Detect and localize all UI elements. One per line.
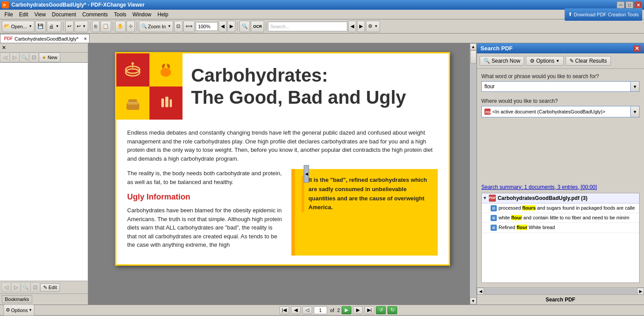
search-location-dropdown[interactable]: PDF <In active document (CarbohydratesGo… xyxy=(481,106,631,117)
menu-tools[interactable]: Tools xyxy=(112,11,129,19)
location-value: <In active document (CarbohydratesGoodBa… xyxy=(492,109,605,114)
options-btn-arrow[interactable]: ▼ xyxy=(29,308,32,312)
phrase-dropdown-arrow[interactable]: ▼ xyxy=(631,81,640,92)
window-title: CarbohydratesGoodBadUgly* - PDF-XChange … xyxy=(11,2,145,8)
menu-file[interactable]: File xyxy=(2,11,15,19)
sep5 xyxy=(237,22,238,31)
open-button[interactable]: 📂 Open... ▼ xyxy=(2,21,34,32)
panel-collapse-button[interactable]: ◀ xyxy=(304,165,309,183)
bm-edit-prop: ⊡ xyxy=(30,282,40,292)
svg-rect-9 xyxy=(128,99,137,102)
nav-prev-button[interactable]: ◀ xyxy=(219,21,227,32)
search-panel: Search PDF ✕ 🔍 Search Now ⚙ Options ▼ ✎ … xyxy=(476,43,644,305)
minimize-button[interactable]: ─ xyxy=(617,1,625,8)
search-toolbar-button[interactable]: 🔍 xyxy=(239,21,250,32)
redo-button[interactable]: ↩▼ xyxy=(74,21,88,32)
search-phrase-input[interactable] xyxy=(481,81,631,92)
page-number-input[interactable] xyxy=(314,306,327,314)
nav-next-button[interactable]: ▶ xyxy=(227,21,235,32)
search-panel-close-button[interactable]: ✕ xyxy=(633,45,640,52)
nav-first-button[interactable]: |◀ xyxy=(279,306,289,314)
bookmark-star-icon: ★ xyxy=(42,55,46,60)
quick-search-input[interactable]: Search... xyxy=(268,22,347,31)
nav-extra-button[interactable]: ↻ xyxy=(387,306,397,314)
menu-document[interactable]: Document xyxy=(49,11,79,19)
search-result-1[interactable]: processed flours and sugars found in pac… xyxy=(482,203,639,213)
print-button[interactable]: 🖨 ▼ xyxy=(47,21,61,32)
download-tools-button[interactable]: ⬆ Download PDF Creation Tools xyxy=(565,8,642,21)
vertical-scrollbar[interactable]: ▲ ▼ xyxy=(469,43,476,305)
menu-comments[interactable]: Comments xyxy=(80,11,111,19)
pdf-para3: Carbohydrates have been blamed for the o… xyxy=(127,206,283,249)
hand-tool-button[interactable]: ✋ xyxy=(115,21,126,32)
group-file-icon: PDF xyxy=(489,195,496,202)
nav-play-button[interactable]: ▶ xyxy=(342,306,351,314)
quick-search-options[interactable]: ⚙▼ xyxy=(366,21,380,32)
download-tools-btn[interactable]: ⬆ Download PDF Creation Tools xyxy=(565,8,642,21)
zoom-value[interactable]: 100% xyxy=(196,22,218,31)
search-result-3[interactable]: Refined flour White bread xyxy=(482,223,639,233)
result-1-text: processed flours and sugars found in pac… xyxy=(499,205,637,211)
nav-next-page-button[interactable]: ▶ xyxy=(353,306,363,314)
print-dropdown-arrow[interactable]: ▼ xyxy=(56,24,59,28)
pdf-page: Carbohydrates: The Good, Bad and Ugly En… xyxy=(115,52,450,266)
bm-edit-button[interactable]: ✎ Edit xyxy=(40,283,60,292)
bookmarks-close-x[interactable]: ✕ xyxy=(2,45,6,51)
zoom-in-button[interactable]: 🔍 Zoom In ▼ xyxy=(139,21,173,32)
save-button[interactable]: 💾 xyxy=(35,21,46,32)
pdf-tab-icon: PDF xyxy=(4,36,13,41)
close-button[interactable]: ✕ xyxy=(634,1,642,8)
nav-prev-page-button[interactable]: ◀ xyxy=(291,306,301,314)
app-icon: P xyxy=(2,1,9,8)
scrollbar-thumb[interactable] xyxy=(470,50,476,64)
menu-edit[interactable]: Edit xyxy=(16,11,31,19)
search-options-button[interactable]: ⚙ Options ▼ xyxy=(526,56,563,66)
pdf-title-area: Carbohydrates: The Good, Bad and Ugly xyxy=(182,53,449,120)
tab-close-button[interactable]: ✕ xyxy=(84,37,87,41)
search-now-button[interactable]: 🔍 Search Now xyxy=(480,56,524,66)
bm-edit-label: Edit xyxy=(48,285,57,290)
maximize-button[interactable]: □ xyxy=(625,1,633,8)
result-group-header[interactable]: ▼ PDF CarbohydratesGoodBadUgly.pdf (3) xyxy=(482,193,639,203)
quick-search-prev[interactable]: ◀ xyxy=(348,21,356,32)
clear-results-button[interactable]: ✎ Clear Results xyxy=(566,56,611,66)
zoom-fit-button[interactable]: ⊡ xyxy=(174,21,182,32)
menu-help[interactable]: Help xyxy=(155,11,171,19)
copy-button[interactable]: ⎘ xyxy=(92,21,100,32)
document-tab[interactable]: PDF CarbohydratesGoodBadUgly* ✕ xyxy=(0,34,89,43)
zoom-dropdown-arrow[interactable]: ▼ xyxy=(168,24,171,28)
ocr-button[interactable]: OCR xyxy=(251,21,264,32)
result-3-icon xyxy=(491,225,497,231)
h-scroll-left[interactable]: ◀ xyxy=(477,288,484,295)
select-tool-button[interactable]: ⊹ xyxy=(127,21,135,32)
window-controls: ─ □ ✕ xyxy=(617,1,642,8)
bookmarks-bottom-tab[interactable]: Bookmarks xyxy=(2,295,32,303)
zoom-width-button[interactable]: ⟺ xyxy=(183,21,195,32)
options-icon-btn: ⚙ xyxy=(6,307,10,313)
open-dropdown-arrow[interactable]: ▼ xyxy=(29,24,32,28)
undo-button[interactable]: ↩ xyxy=(65,21,74,32)
scrollbar-down-button[interactable]: ▼ xyxy=(470,297,476,305)
pdf-page-container: Carbohydrates: The Good, Bad and Ugly En… xyxy=(88,43,476,305)
bm-new-button[interactable]: ★ New xyxy=(39,53,60,62)
nav-last-button[interactable]: ▶| xyxy=(365,306,374,314)
options-button[interactable]: ⚙ Options ▼ xyxy=(4,305,34,316)
search-phrase-row: ▼ xyxy=(481,81,640,92)
nav-refresh-button[interactable]: ↺ xyxy=(376,306,386,314)
scrollbar-up-button[interactable]: ▲ xyxy=(470,43,476,50)
options-dropdown-arrow[interactable]: ▼ xyxy=(556,59,560,63)
group-collapse-arrow[interactable]: ▼ xyxy=(483,196,487,200)
svg-text:P: P xyxy=(3,3,6,8)
icon-fruit-yellow xyxy=(149,53,182,87)
menu-window[interactable]: Window xyxy=(130,11,154,19)
quick-search-next[interactable]: ▶ xyxy=(357,21,365,32)
paste-button[interactable]: 📋 xyxy=(101,21,111,32)
redo-arrow[interactable]: ▼ xyxy=(82,24,86,28)
scrollbar-track[interactable] xyxy=(470,50,476,297)
h-scroll-right[interactable]: ▶ xyxy=(637,288,644,295)
search-result-2[interactable]: white flour and contain little to no fib… xyxy=(482,213,639,223)
location-dropdown-arrow[interactable]: ▼ xyxy=(631,106,640,117)
page-total: 2 xyxy=(337,308,340,313)
nav-back-button[interactable]: ◁ xyxy=(302,306,312,314)
menu-view[interactable]: View xyxy=(32,11,48,19)
